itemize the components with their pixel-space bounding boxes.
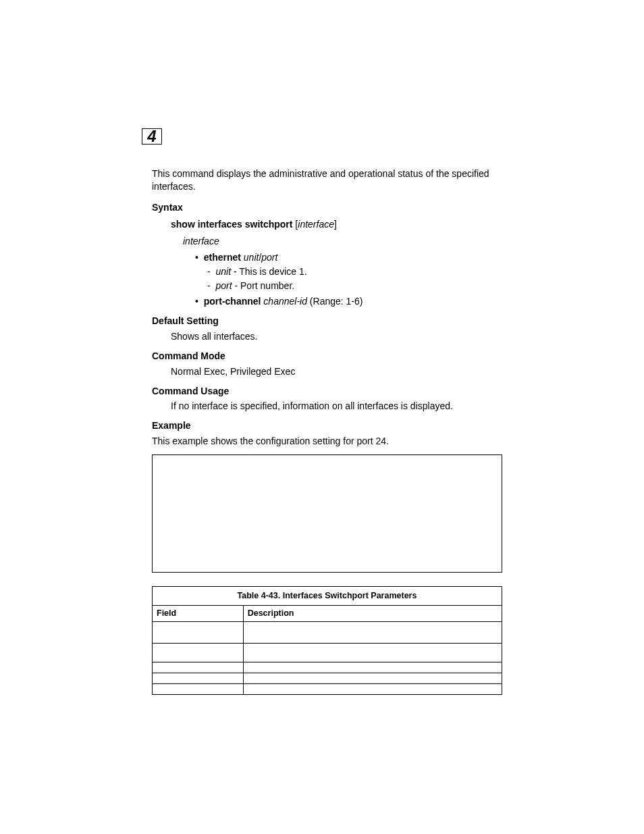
table-row xyxy=(153,683,502,694)
example-output-box xyxy=(152,454,502,573)
unit-sub-text: - This is device 1. xyxy=(231,266,307,277)
command-mode-text: Normal Exec, Privileged Exec xyxy=(171,365,502,378)
port-sub-ital: port xyxy=(215,280,232,291)
content-area: This command displays the administrative… xyxy=(152,167,502,695)
syntax-command-line: show interfaces switchport [interface] xyxy=(171,218,502,231)
port-ital: port xyxy=(261,252,277,263)
portchannel-bullet: • port-channel channel-id (Range: 1-6) xyxy=(195,295,502,308)
parameters-table: Table 4-43. Interfaces Switchport Parame… xyxy=(152,586,502,695)
cell-field xyxy=(153,673,244,683)
table-header-row: Field Description xyxy=(153,606,502,622)
unit-sub: - unit - This is device 1. xyxy=(207,265,502,278)
table-caption: Table 4-43. Interfaces Switchport Parame… xyxy=(152,586,502,605)
ethernet-keyword: ethernet xyxy=(204,252,241,263)
interface-param: interface xyxy=(183,235,502,248)
portchannel-range: (Range: 1-6) xyxy=(307,296,363,307)
cell-field xyxy=(153,621,244,643)
page-body: This command displays the administrative… xyxy=(0,0,644,749)
table-row xyxy=(153,673,502,683)
intro-paragraph: This command displays the administrative… xyxy=(152,167,502,193)
cell-desc xyxy=(243,673,502,683)
example-text: This example shows the configuration set… xyxy=(152,435,502,448)
cell-field xyxy=(153,662,244,673)
unit-sub-ital: unit xyxy=(215,266,231,277)
cell-field xyxy=(153,643,244,662)
syntax-cmd-bold: show interfaces switchport xyxy=(171,219,292,230)
portchannel-keyword: port-channel xyxy=(204,296,261,307)
cell-desc xyxy=(243,621,502,643)
syntax-bracket-close: ] xyxy=(334,219,337,230)
cell-desc xyxy=(243,643,502,662)
unit-ital: unit xyxy=(244,252,259,263)
channelid-ital: channel-id xyxy=(263,296,307,307)
ethernet-bullet: • ethernet unit/port xyxy=(195,251,502,264)
table-row xyxy=(153,643,502,662)
command-usage-heading: Command Usage xyxy=(152,385,502,398)
example-heading: Example xyxy=(152,419,502,432)
port-sub-text: - Port number. xyxy=(232,280,295,291)
default-setting-heading: Default Setting xyxy=(152,315,502,328)
syntax-cmd-ital: interface xyxy=(298,219,334,230)
chapter-number-badge: 4 xyxy=(142,128,162,145)
cell-desc xyxy=(243,662,502,673)
cell-desc xyxy=(243,683,502,694)
cell-field xyxy=(153,683,244,694)
th-description: Description xyxy=(243,606,502,622)
command-mode-heading: Command Mode xyxy=(152,350,502,363)
command-usage-text: If no interface is specified, informatio… xyxy=(171,400,502,413)
syntax-heading: Syntax xyxy=(152,201,502,214)
port-sub: - port - Port number. xyxy=(207,280,502,292)
default-setting-text: Shows all interfaces. xyxy=(171,330,502,343)
chapter-number: 4 xyxy=(147,127,156,146)
table-row xyxy=(153,662,502,673)
table-row xyxy=(153,621,502,643)
th-field: Field xyxy=(153,606,244,622)
